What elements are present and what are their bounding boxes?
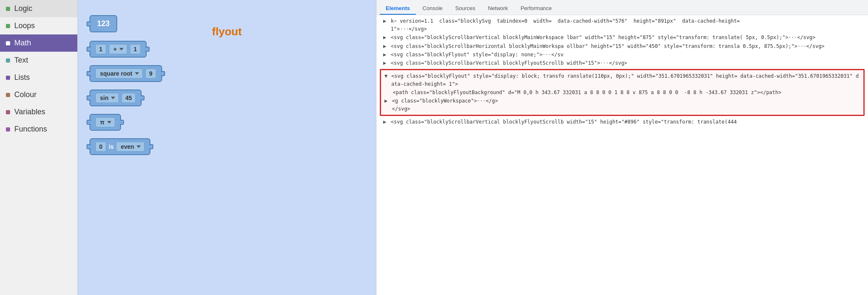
sidebar-item-variables[interactable]: Variables (0, 103, 77, 121)
dt-text-5: <svg class="blocklyFlyout" style="displa… (391, 51, 563, 59)
sqrt-fn-label: square root (100, 70, 132, 77)
sin-value: 45 (121, 93, 136, 103)
iseven-check[interactable]: even (116, 142, 145, 152)
devtools-tabs: Elements Console Sources Network Perform… (376, 0, 868, 15)
devtools-panel: Elements Console Sources Network Perform… (376, 0, 868, 295)
iseven-value: 0 (95, 142, 106, 152)
dt-text-4: <svg class="blocklyScrollbarHorizontal b… (391, 42, 824, 50)
sidebar-item-text[interactable]: Text (0, 52, 77, 69)
dt-text-8: <path class="blocklyFlyoutBackground" d=… (393, 89, 781, 97)
sin-fn-label: sin (100, 95, 108, 101)
sin-left-connector (87, 95, 91, 100)
sin-right-connector (140, 95, 145, 100)
block-iseven[interactable]: 0 is even (89, 138, 150, 155)
arith-left: 1 (95, 44, 106, 54)
flyout-area: flyout 123 1 + 1 square root 9 (78, 0, 376, 295)
sidebar-dot-variables (6, 110, 10, 114)
pi-label: π (100, 119, 105, 126)
sidebar-item-math[interactable]: Math (0, 34, 77, 52)
pi-left-connector (87, 120, 91, 125)
sidebar-dot-colour (6, 93, 10, 97)
dt-line-1: ▶k~ version=1.1 class="blocklySvg tabind… (376, 17, 868, 25)
dt-expand-1[interactable]: ▶ (383, 17, 389, 25)
dt-text-7: <svg class="blocklyFlyout" style="displa… (391, 72, 860, 88)
dt-line-8: <path class="blocklyFlyoutBackground" d=… (381, 89, 863, 97)
dt-text-11: <svg class="blocklyScrollbarVertical blo… (391, 118, 737, 126)
sidebar-label-lists: Lists (14, 73, 30, 82)
sidebar-dot-loops (6, 24, 10, 28)
sidebar-item-functions[interactable]: Functions (0, 121, 77, 138)
dt-expand-6[interactable]: ▶ (383, 59, 389, 67)
tab-sources[interactable]: Sources (450, 3, 481, 15)
tab-performance[interactable]: Performance (515, 3, 558, 15)
arith-op[interactable]: + (109, 44, 127, 54)
sidebar-label-loops: Loops (14, 21, 35, 30)
block-arithmetic[interactable]: 1 + 1 (89, 41, 147, 58)
dt-line-5: ▶<svg class="blocklyFlyout" style="displ… (376, 50, 868, 59)
block-123[interactable]: 123 (89, 15, 117, 32)
sidebar-item-logic[interactable]: Logic (0, 0, 77, 17)
dt-text-9: <g class="blocklyWorkspace">⬝⬝⬝</g> (392, 97, 498, 105)
block-sqrt[interactable]: square root 9 (89, 65, 162, 82)
block-sin[interactable]: sin 45 (89, 90, 142, 106)
blocks-column: 123 1 + 1 square root 9 (85, 6, 166, 159)
dt-expand-5[interactable]: ▶ (383, 50, 389, 59)
sidebar: LogicLoopsMathTextListsColourVariablesFu… (0, 0, 78, 295)
sidebar-label-logic: Logic (14, 4, 32, 13)
sin-arrow (111, 97, 115, 99)
tab-network[interactable]: Network (482, 3, 514, 15)
sidebar-item-lists[interactable]: Lists (0, 69, 77, 86)
sidebar-label-variables: Variables (14, 108, 45, 116)
sqrt-right-connector (161, 71, 165, 76)
right-connector (145, 47, 150, 52)
sidebar-label-colour: Colour (14, 90, 37, 99)
number-value: 123 (97, 19, 110, 28)
devtools-content: ▶k~ version=1.1 class="blocklySvg tabind… (376, 15, 868, 295)
dt-expand-9[interactable]: ▶ (384, 97, 390, 105)
sin-fn[interactable]: sin (95, 93, 119, 103)
sidebar-dot-lists (6, 76, 10, 80)
dt-expand-4[interactable]: ▶ (383, 42, 389, 50)
sidebar-dot-functions (6, 127, 10, 132)
dt-expand-11[interactable]: ▶ (383, 118, 389, 126)
dt-line-9: ▶<g class="blocklyWorkspace">⬝⬝⬝</g> (381, 97, 863, 105)
dt-line-7: ▼<svg class="blocklyFlyout" style="displ… (381, 72, 863, 88)
dt-text-10: </svg> (392, 105, 410, 113)
sqrt-value: 9 (145, 68, 156, 79)
dt-line-11: ▶<svg class="blocklyScrollbarVertical bl… (376, 118, 868, 126)
sqrt-fn[interactable]: square root (95, 68, 143, 79)
dt-line-10: </svg> (381, 105, 863, 113)
dt-line-2: 1">⬝⬝⬝</svg> (376, 25, 868, 33)
dt-expand-7[interactable]: ▼ (384, 72, 389, 80)
sidebar-dot-text (6, 58, 10, 63)
dt-text-2: 1">⬝⬝⬝</svg> (391, 25, 427, 33)
pi-fn[interactable]: π (95, 117, 115, 127)
sidebar-item-loops[interactable]: Loops (0, 17, 77, 34)
iseven-right-connector (149, 144, 153, 149)
sidebar-label-text: Text (14, 56, 28, 65)
dt-text-6: <svg class="blocklyScrollbarVertical blo… (391, 59, 627, 67)
iseven-check-label: even (121, 143, 134, 150)
dt-text-3: <svg class="blocklyScrollbarVertical blo… (391, 34, 815, 42)
tab-console[interactable]: Console (417, 3, 449, 15)
iseven-left-connector (87, 144, 91, 149)
pi-arrow (107, 121, 111, 124)
block-connector-left-num (87, 21, 91, 26)
sidebar-label-functions: Functions (14, 125, 47, 134)
sidebar-dot-logic (6, 7, 10, 11)
sqrt-arrow (135, 72, 139, 75)
highlighted-block: ▼<svg class="blocklyFlyout" style="displ… (380, 69, 865, 116)
block-pi[interactable]: π (89, 114, 121, 131)
iseven-label: is (109, 143, 114, 150)
sidebar-item-colour[interactable]: Colour (0, 86, 77, 103)
dt-text-1: k~ version=1.1 class="blocklySvg tabinde… (391, 17, 740, 25)
dt-expand-3[interactable]: ▶ (383, 33, 389, 42)
sidebar-label-math: Math (14, 39, 31, 47)
left-connector (87, 47, 91, 52)
op-arrow (119, 48, 124, 50)
tab-elements[interactable]: Elements (380, 3, 416, 15)
flyout-label: flyout (212, 25, 242, 38)
op-label: + (113, 46, 117, 53)
iseven-arrow (137, 145, 141, 148)
dt-line-4: ▶<svg class="blocklyScrollbarHorizontal … (376, 42, 868, 50)
